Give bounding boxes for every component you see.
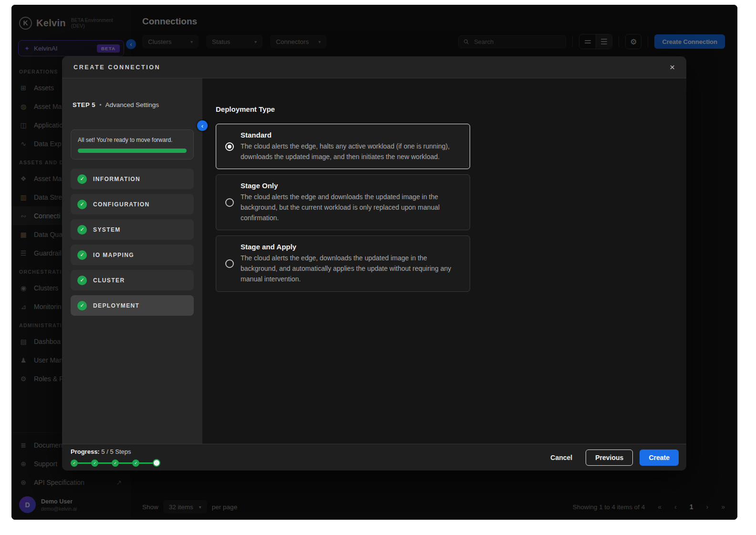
step-information[interactable]: ✓ INFORMATION [71, 169, 194, 189]
create-connection-modal: CREATE CONNECTION × STEP 5 • Advanced Se… [62, 56, 686, 471]
status-card: All set! You're ready to move forward. [71, 129, 194, 160]
panel-collapse-button[interactable]: ‹ [197, 120, 208, 131]
step-done-dot: ✓ [132, 460, 139, 467]
step-name: Advanced Settings [105, 101, 159, 108]
wizard-sidebar: STEP 5 • Advanced Settings All set! You'… [62, 78, 202, 444]
step-deployment[interactable]: ✓ DEPLOYMENT [71, 295, 194, 316]
step-header: STEP 5 • Advanced Settings [71, 101, 194, 108]
step-configuration[interactable]: ✓ CONFIGURATION [71, 194, 194, 214]
deployment-options: Standard The cloud alerts the edge, halt… [216, 124, 686, 292]
option-standard[interactable]: Standard The cloud alerts the edge, halt… [216, 124, 470, 169]
radio-icon[interactable] [225, 259, 234, 268]
step-done-dot: ✓ [71, 460, 78, 467]
bullet-icon: • [99, 102, 101, 108]
app-window: K Kelvin BETA Environment (DEV) ✦ Kelvin… [11, 5, 737, 520]
step-io-mapping[interactable]: ✓ IO MAPPING [71, 245, 194, 265]
step-current-dot [153, 459, 160, 467]
step-done-dot: ✓ [91, 460, 98, 467]
wizard-steps: ✓ INFORMATION ✓ CONFIGURATION ✓ SYSTEM ✓… [71, 169, 194, 316]
radio-icon[interactable] [225, 198, 234, 207]
check-icon: ✓ [77, 301, 87, 310]
create-button[interactable]: Create [640, 449, 679, 466]
status-progress-bar [78, 149, 187, 153]
option-stage-and-apply[interactable]: Stage and Apply The cloud alerts the edg… [216, 235, 470, 291]
modal-footer: Progress: 5 / 5 Steps ✓✓✓✓ Cancel Previo… [62, 444, 686, 471]
check-icon: ✓ [77, 174, 87, 184]
footer-buttons: Cancel Previous Create [544, 449, 679, 466]
progress-block: Progress: 5 / 5 Steps ✓✓✓✓ [71, 448, 160, 467]
modal-header: CREATE CONNECTION × [62, 56, 686, 78]
close-icon[interactable]: × [670, 63, 675, 72]
status-message: All set! You're ready to move forward. [78, 137, 187, 143]
progress-value: 5 / 5 Steps [101, 448, 131, 455]
cancel-button[interactable]: Cancel [544, 450, 579, 465]
radio-selected-icon[interactable] [225, 142, 234, 151]
modal-title: CREATE CONNECTION [74, 64, 160, 71]
step-system[interactable]: ✓ SYSTEM [71, 219, 194, 240]
chevron-left-icon: ‹ [201, 122, 203, 129]
check-icon: ✓ [77, 200, 87, 209]
step-done-dot: ✓ [112, 460, 119, 467]
step-number: STEP 5 [73, 101, 95, 108]
step-cluster[interactable]: ✓ CLUSTER [71, 270, 194, 290]
deployment-type-heading: Deployment Type [216, 105, 686, 113]
progress-stepper: ✓✓✓✓ [71, 459, 160, 467]
progress-label: Progress: [71, 448, 100, 455]
previous-button[interactable]: Previous [586, 449, 633, 466]
check-icon: ✓ [77, 250, 87, 260]
option-stage-only[interactable]: Stage Only The cloud alerts the edge and… [216, 174, 470, 230]
check-icon: ✓ [77, 225, 87, 235]
check-icon: ✓ [77, 276, 87, 285]
modal-content: Deployment Type Standard The cloud alert… [202, 78, 686, 444]
